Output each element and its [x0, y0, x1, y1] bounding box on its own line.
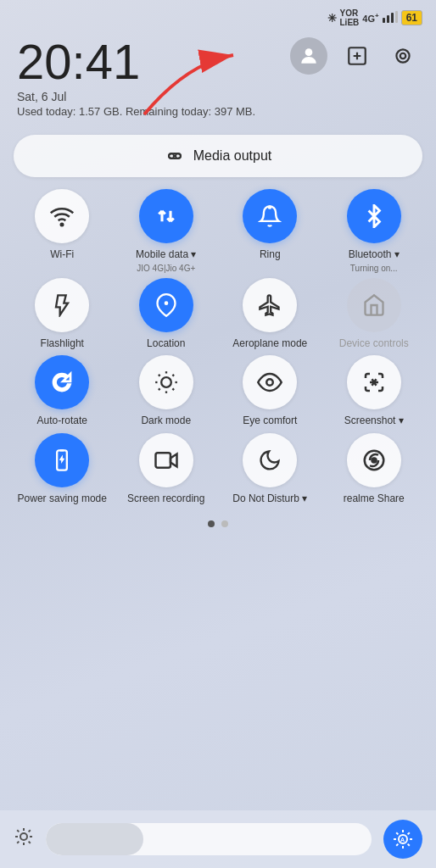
tile-auto-rotate[interactable]: Auto-rotate [16, 355, 108, 428]
tile-aeroplane[interactable]: Aeroplane mode [224, 278, 316, 351]
svg-point-4 [305, 48, 313, 56]
dark-mode-icon-circle[interactable] [139, 355, 193, 409]
media-output-button[interactable]: Media output [14, 135, 422, 177]
wifi-icon [49, 203, 75, 229]
brightness-slider[interactable] [46, 823, 372, 855]
media-output-icon [165, 146, 185, 166]
brightness-fill [46, 823, 143, 855]
realme-share-label: realme Share [344, 492, 405, 506]
page-dots [0, 520, 436, 527]
page-dot-2[interactable] [221, 520, 228, 527]
status-bar: ✳ YORLiEB 4G+ 61 [0, 0, 436, 31]
dark-mode-label: Dark mode [141, 415, 191, 428]
flashlight-icon [50, 293, 74, 317]
media-output-label: Media output [193, 148, 272, 164]
svg-point-14 [161, 377, 171, 387]
tiles-row-4: Power saving mode Screen recording Do No… [10, 433, 426, 506]
screenshot-icon [361, 370, 387, 395]
svg-point-6 [396, 49, 409, 62]
svg-rect-3 [395, 11, 398, 23]
tile-ring[interactable]: Ring [224, 189, 316, 273]
tile-dnd[interactable]: Do Not Disturb ▾ [224, 433, 316, 506]
svg-line-22 [172, 375, 174, 376]
auto-rotate-icon [49, 370, 75, 395]
quick-tiles: Wi-Fi Mobile data ▾ JIO 4G|Jio 4G+ Ring [0, 186, 436, 514]
edit-button[interactable] [341, 40, 373, 72]
svg-point-13 [163, 300, 169, 306]
tile-bluetooth[interactable]: Bluetooth ▾ Turning on... [328, 189, 420, 273]
svg-rect-0 [383, 18, 385, 23]
screenshot-label: Screenshot ▾ [344, 415, 404, 428]
tile-screen-recording[interactable]: Screen recording [120, 433, 212, 506]
svg-line-17 [159, 375, 160, 376]
bluetooth-icon-circle[interactable] [347, 189, 401, 243]
wifi-icon-circle[interactable] [35, 189, 89, 243]
screen-recording-icon [154, 448, 179, 473]
svg-line-21 [159, 389, 160, 391]
svg-line-44 [408, 844, 410, 846]
tile-power-saving[interactable]: Power saving mode [16, 433, 108, 506]
tile-dark-mode[interactable]: Dark mode [120, 355, 212, 428]
dnd-icon-circle[interactable] [243, 433, 297, 487]
svg-text:A: A [400, 837, 405, 843]
ring-icon-circle[interactable] [243, 189, 297, 243]
svg-line-34 [17, 830, 19, 832]
wifi-label: Wi-Fi [50, 248, 74, 262]
eye-comfort-label: Eye comfort [243, 415, 297, 428]
auto-brightness-icon: A [393, 829, 413, 849]
screen-recording-label: Screen recording [127, 492, 204, 506]
svg-point-7 [400, 53, 406, 59]
bluetooth-sublabel: Turning on... [350, 264, 398, 273]
svg-rect-2 [391, 13, 394, 23]
svg-rect-1 [387, 15, 389, 23]
dnd-label: Do Not Disturb ▾ [232, 492, 307, 506]
svg-point-12 [269, 206, 271, 208]
svg-line-39 [29, 830, 31, 832]
network-type: YORLiEB [340, 8, 360, 27]
tile-flashlight[interactable]: Flashlight [16, 278, 108, 351]
device-controls-icon-circle[interactable] [347, 278, 401, 332]
tile-realme-share[interactable]: realme Share [328, 433, 420, 506]
aeroplane-label: Aeroplane mode [232, 337, 307, 351]
status-icons: ✳ YORLiEB 4G+ 61 [327, 8, 423, 27]
date: Sat, 6 Jul [17, 90, 419, 103]
dnd-icon [258, 448, 282, 472]
tile-location[interactable]: Location [120, 278, 212, 351]
aeroplane-icon-circle[interactable] [243, 278, 297, 332]
flashlight-icon-circle[interactable] [35, 278, 89, 332]
screenshot-icon-circle[interactable] [347, 355, 401, 409]
tile-eye-comfort[interactable]: Eye comfort [224, 355, 316, 428]
bluetooth-icon: ✳ [327, 12, 337, 25]
tile-device-controls[interactable]: Device controls [328, 278, 420, 351]
signal-bars [383, 11, 398, 25]
power-saving-icon-circle[interactable] [35, 433, 89, 487]
tile-wifi[interactable]: Wi-Fi [16, 189, 108, 273]
user-avatar[interactable] [290, 37, 327, 75]
svg-point-11 [61, 224, 64, 226]
auto-brightness-button[interactable]: A [383, 820, 422, 859]
page-dot-1[interactable] [208, 520, 215, 527]
svg-rect-28 [155, 453, 170, 468]
svg-line-43 [396, 832, 398, 834]
device-controls-label: Device controls [339, 337, 409, 351]
settings-button[interactable] [387, 40, 419, 72]
tile-screenshot[interactable]: Screenshot ▾ [328, 355, 420, 428]
aeroplane-icon [258, 293, 282, 317]
power-saving-icon [50, 448, 74, 472]
tile-mobile-data[interactable]: Mobile data ▾ JIO 4G|Jio 4G+ [120, 189, 212, 273]
screen-recording-icon-circle[interactable] [139, 433, 193, 487]
header-icons [290, 37, 419, 75]
svg-line-18 [172, 389, 174, 391]
bluetooth-tile-icon [362, 204, 386, 228]
location-icon-circle[interactable] [139, 278, 193, 332]
eye-comfort-icon-circle[interactable] [243, 355, 297, 409]
realme-share-icon-circle[interactable] [347, 433, 401, 487]
svg-line-38 [17, 842, 19, 843]
brightness-bar: A [0, 810, 436, 868]
header: 20:41 Sat, 6 Jul Used today: 1.57 GB. Re… [0, 31, 436, 123]
mobile-data-icon-circle[interactable] [139, 189, 193, 243]
svg-point-30 [372, 458, 376, 462]
network-4g: 4G+ [362, 12, 378, 24]
power-saving-label: Power saving mode [18, 492, 107, 506]
auto-rotate-icon-circle[interactable] [35, 355, 89, 409]
